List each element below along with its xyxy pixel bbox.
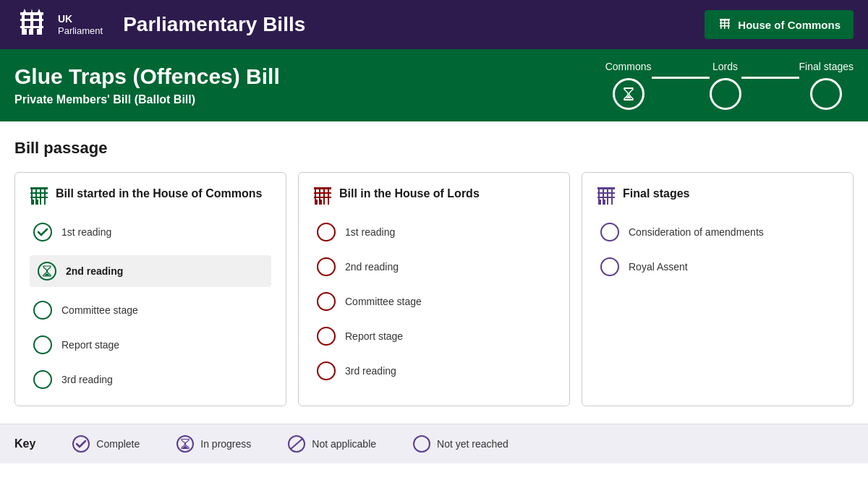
lords-stage-list: 1st reading 2nd reading Committee stage [313,221,555,382]
svg-rect-63 [597,197,615,198]
house-badge-icon [718,17,732,32]
final-stage-list: Consideration of amendments Royal Assent [597,221,838,278]
stage-final-circle [810,78,842,110]
svg-rect-19 [720,19,730,21]
svg-rect-7 [29,29,31,35]
lords-card-header: Bill in the House of Lords [313,187,555,206]
house-badge[interactable]: House of Commons [705,10,854,39]
svg-rect-52 [328,200,329,205]
commons-2nd-reading: 2nd reading [30,255,271,287]
bill-title: Glue Traps (Offences) Bill [14,64,280,89]
svg-rect-71 [611,200,613,205]
lords-committee-stage: Committee stage [313,290,555,313]
final-card: Final stages Consideration of amendments… [582,172,854,406]
commons-card-icon [30,187,48,206]
svg-rect-18 [720,25,730,27]
complete-icon [33,222,53,242]
in-progress-icon [37,261,57,281]
svg-rect-5 [20,26,43,28]
logo-area: UK Parliament Parliamentary Bills [14,7,305,42]
svg-point-74 [73,436,89,452]
svg-point-55 [318,293,335,310]
svg-point-36 [34,301,51,319]
bill-title-area: Glue Traps (Offences) Bill Private Membe… [14,64,280,106]
svg-rect-3 [39,14,42,35]
svg-point-54 [318,258,335,275]
final-consideration: Consideration of amendments [597,221,838,244]
lords-not-yet-4 [316,326,336,346]
commons-card-header: Bill started in the House of Commons [30,187,271,206]
svg-rect-4 [20,19,43,21]
lords-not-yet-5 [316,361,336,381]
commons-card-title: Bill started in the House of Commons [56,187,262,200]
final-card-title: Final stages [623,187,689,200]
lords-report-stage: Report stage [313,325,555,348]
stage-final: Final stages [799,61,854,110]
not-yet-icon-3 [33,369,53,390]
svg-rect-15 [724,20,726,29]
commons-1st-reading: 1st reading [30,221,271,244]
not-yet-icon-1 [33,300,53,320]
svg-point-38 [34,371,51,388]
lords-not-yet-3 [316,291,336,312]
svg-rect-51 [320,200,322,205]
svg-point-57 [318,362,335,380]
main-content: Bill passage [0,121,868,424]
cards-row: Bill started in the House of Commons 1st… [14,172,854,406]
key-complete: Complete [72,435,140,453]
stage-commons-label: Commons [605,61,652,72]
svg-rect-69 [600,200,601,205]
key-not-yet-icon [412,435,431,453]
key-title: Key [14,437,35,450]
final-royal-assent: Royal Assent [597,255,838,278]
svg-rect-50 [316,200,318,205]
bill-passage-title: Bill passage [14,139,854,158]
svg-rect-24 [30,192,48,194]
connector-commons-lords [652,77,710,79]
svg-rect-32 [37,200,38,205]
svg-rect-8 [37,29,39,35]
commons-hourglass-icon [621,86,637,102]
commons-card: Bill started in the House of Commons 1st… [14,172,286,406]
commons-3rd-reading: 3rd reading [30,368,271,391]
svg-rect-9 [20,12,43,15]
svg-point-34 [34,223,51,241]
svg-point-56 [318,328,335,345]
stage-commons-circle [613,78,644,110]
lords-card-title: Bill in the House of Lords [339,187,480,200]
stage-progress: Commons Lords Final stages [605,61,854,110]
not-yet-icon-2 [33,335,53,355]
svg-line-77 [291,439,302,449]
svg-rect-43 [314,192,331,194]
bill-info-bar: Glue Traps (Offences) Bill Private Membe… [0,49,868,121]
commons-report-stage: Report stage [30,333,271,356]
commons-committee-stage: Committee stage [30,299,271,322]
final-not-yet-1 [600,222,620,242]
svg-rect-33 [44,200,46,205]
stage-lords-label: Lords [712,61,738,72]
stage-final-label: Final stages [799,61,854,72]
svg-rect-31 [33,200,34,205]
lords-card: Bill in the House of Lords 1st reading 2… [298,172,570,406]
stage-lords-circle [710,78,741,110]
stage-lords: Lords [710,61,741,110]
key-in-progress-icon [176,435,195,453]
site-title: Parliamentary Bills [123,13,305,36]
key-not-yet: Not yet reached [412,435,509,453]
bill-subtitle: Private Members' Bill (Ballot Bill) [14,93,280,106]
lords-2nd-reading: 2nd reading [313,255,555,278]
svg-point-72 [601,223,618,241]
logo-text: UK Parliament [58,13,103,36]
svg-rect-62 [597,192,615,194]
svg-rect-17 [720,22,730,24]
lords-card-icon [313,187,332,206]
lords-3rd-reading: 3rd reading [313,359,555,382]
svg-rect-14 [720,20,722,29]
svg-rect-70 [604,200,605,205]
svg-point-37 [34,336,51,354]
top-bar: UK Parliament Parliamentary Bills House … [0,0,868,49]
final-not-yet-2 [600,257,620,277]
key-complete-icon [72,435,90,453]
svg-point-53 [318,223,335,241]
lords-not-yet-2 [316,257,336,277]
